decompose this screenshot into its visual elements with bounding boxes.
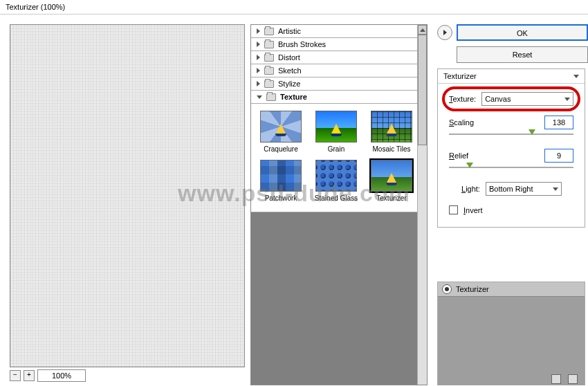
- light-select[interactable]: Bottom Right: [486, 182, 562, 196]
- effect-layer-row[interactable]: Texturizer: [438, 282, 585, 297]
- effect-layer-name: Texturizer: [456, 285, 489, 293]
- main-container: − + Artistic Brush Strokes Distort: [0, 15, 588, 385]
- relief-label: Relief: [449, 151, 468, 160]
- thumb-texturizer[interactable]: Texturizer: [367, 160, 416, 202]
- filter-panel: Artistic Brush Strokes Distort Sketch St: [250, 24, 428, 385]
- light-label: Light:: [461, 185, 480, 193]
- thumb-label: Grain: [312, 145, 360, 153]
- thumb-label: Mosaic Tiles: [367, 145, 416, 153]
- scaling-input[interactable]: [544, 116, 573, 129]
- category-label: Sketch: [278, 66, 302, 75]
- chevron-right-icon: [257, 42, 260, 47]
- chevron-right-icon: [257, 68, 260, 73]
- zoom-out-button[interactable]: −: [10, 370, 21, 381]
- relief-input[interactable]: [544, 149, 573, 163]
- settings-panel: OK Reset Texturizer Texture: Canvas: [428, 15, 588, 385]
- folder-icon: [266, 93, 276, 101]
- category-texture[interactable]: Texture: [251, 91, 427, 104]
- canvas-texture-preview: [10, 25, 244, 367]
- light-value: Bottom Right: [489, 185, 533, 193]
- texture-select[interactable]: Canvas: [481, 92, 573, 106]
- group-title: Texturizer: [443, 72, 477, 80]
- invert-checkbox[interactable]: [449, 205, 458, 214]
- folder-icon: [264, 41, 274, 48]
- preview-area[interactable]: [10, 24, 245, 367]
- visibility-eye-icon[interactable]: [442, 284, 452, 294]
- folder-icon: [264, 54, 274, 62]
- category-label: Distort: [278, 53, 300, 62]
- category-stylize[interactable]: Stylize: [251, 77, 427, 91]
- filter-category-list: Artistic Brush Strokes Distort Sketch St: [251, 25, 427, 212]
- texturizer-group: Texturizer Texture: Canvas Scaling: [437, 68, 585, 228]
- chevron-down-icon: [564, 98, 570, 101]
- filter-scrollbar[interactable]: [417, 25, 427, 385]
- category-label: Artistic: [278, 27, 301, 35]
- category-sketch[interactable]: Sketch: [251, 64, 427, 77]
- scroll-up-icon[interactable]: [418, 25, 427, 35]
- scaling-slider[interactable]: [449, 129, 573, 139]
- chevron-right-icon: [257, 28, 260, 34]
- folder-icon: [264, 80, 274, 88]
- category-brush-strokes[interactable]: Brush Strokes: [251, 38, 427, 51]
- delete-effect-layer-button[interactable]: [568, 374, 578, 384]
- window-title: Texturizer (100%): [0, 0, 588, 15]
- group-header[interactable]: Texturizer: [438, 69, 585, 84]
- new-effect-layer-button[interactable]: [551, 374, 561, 384]
- category-distort[interactable]: Distort: [251, 51, 427, 64]
- texture-label: Texture:: [449, 95, 476, 103]
- slider-thumb-icon[interactable]: [529, 129, 535, 135]
- chevron-right-icon: [257, 55, 260, 60]
- thumb-patchwork[interactable]: Patchwork: [257, 160, 305, 202]
- zoom-in-button[interactable]: +: [24, 370, 35, 381]
- texture-thumb-grid: Craquelure Grain Mosaic Tiles Patchwork …: [251, 104, 427, 212]
- chevron-right-icon: [443, 30, 447, 35]
- invert-label: Invert: [463, 206, 483, 214]
- scroll-thumb[interactable]: [418, 35, 427, 145]
- category-label: Texture: [280, 93, 307, 101]
- ok-button[interactable]: OK: [457, 24, 588, 41]
- category-artistic[interactable]: Artistic: [251, 25, 427, 38]
- folder-icon: [264, 28, 274, 35]
- thumb-label: Stained Glass: [312, 194, 360, 202]
- slider-thumb-icon[interactable]: [466, 163, 473, 168]
- thumb-mosaic-tiles[interactable]: Mosaic Tiles: [367, 111, 416, 153]
- reset-button[interactable]: Reset: [457, 46, 588, 63]
- zoom-bar: − +: [10, 367, 245, 383]
- scaling-label: Scaling: [449, 118, 474, 127]
- chevron-down-icon: [257, 95, 262, 99]
- expand-toggle-button[interactable]: [437, 25, 452, 40]
- relief-slider[interactable]: [449, 163, 573, 172]
- thumb-label: Craquelure: [257, 145, 305, 153]
- thumb-label: Patchwork: [257, 194, 305, 202]
- thumb-stained-glass[interactable]: Stained Glass: [312, 160, 360, 202]
- chevron-down-icon: [553, 187, 558, 191]
- effect-layers-panel: Texturizer: [437, 282, 585, 385]
- category-label: Stylize: [278, 80, 300, 88]
- preview-panel: − +: [0, 15, 250, 385]
- category-label: Brush Strokes: [278, 40, 326, 48]
- folder-icon: [264, 67, 274, 75]
- zoom-field[interactable]: [37, 369, 86, 382]
- chevron-down-icon: [573, 75, 579, 78]
- texture-value: Canvas: [485, 95, 511, 103]
- thumb-grain[interactable]: Grain: [312, 111, 360, 153]
- thumb-label: Texturizer: [367, 194, 416, 202]
- thumb-craquelure[interactable]: Craquelure: [257, 111, 305, 153]
- chevron-right-icon: [257, 81, 260, 86]
